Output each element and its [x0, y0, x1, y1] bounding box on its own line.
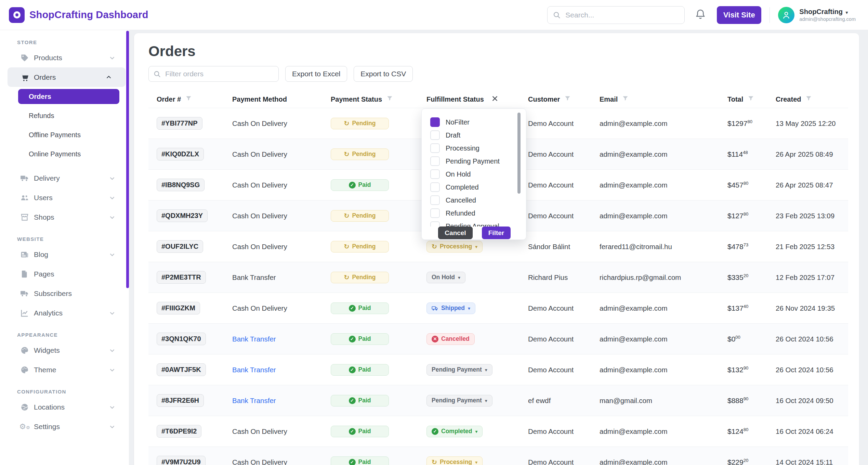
filter-option-processing[interactable]: Processing	[422, 142, 526, 155]
sidebar-item-products[interactable]: Products	[0, 48, 129, 67]
fulfillment-status-badge[interactable]: ✓Completed▾	[426, 426, 483, 437]
sidebar-item-shops[interactable]: Shops	[0, 207, 129, 227]
order-id-badge[interactable]: #KIQ0DZLX	[157, 148, 204, 160]
checkbox[interactable]	[430, 156, 440, 166]
submenu-item-refunds[interactable]: Refunds	[0, 106, 129, 125]
order-id-badge[interactable]: #OUF2ILYC	[157, 240, 203, 253]
order-id-badge[interactable]: #FIIIGZKM	[157, 302, 200, 314]
order-id-badge[interactable]: #IB8NQ9SG	[157, 179, 205, 191]
filter-option-nofilter[interactable]: NoFilter	[422, 116, 526, 129]
clear-filter-icon[interactable]	[491, 95, 499, 104]
sidebar-item-users[interactable]: Users	[0, 188, 129, 207]
filter-option-cancelled[interactable]: Cancelled	[422, 194, 526, 207]
caret-down-icon: ▾	[485, 398, 487, 403]
submenu-item-online-payments[interactable]: Online Payments	[0, 144, 129, 164]
order-id-badge[interactable]: #P2ME3TTR	[157, 271, 206, 284]
checkbox-checked[interactable]	[430, 117, 440, 127]
filter-orders-input[interactable]	[148, 66, 279, 82]
checkbox[interactable]	[430, 169, 440, 179]
order-id-badge[interactable]: #V9M7U2U9	[157, 456, 206, 465]
column-header-created: Created	[776, 95, 801, 103]
payment-method-link[interactable]: Bank Transfer	[232, 397, 276, 404]
filter-option-on-hold[interactable]: On Hold	[422, 168, 526, 181]
order-id-badge[interactable]: #T6DPE9I2	[157, 425, 201, 438]
sidebar-scrollbar[interactable]	[126, 31, 129, 288]
payment-method-link[interactable]: Bank Transfer	[232, 366, 276, 374]
checkbox[interactable]	[430, 221, 440, 227]
notifications-bell-icon[interactable]	[694, 8, 707, 22]
order-id-badge[interactable]: #YBI777NP	[157, 117, 202, 130]
section-label-configuration: CONFIGURATION	[0, 386, 129, 397]
filter-funnel-icon[interactable]	[622, 95, 629, 103]
sidebar-item-orders[interactable]: Orders	[8, 67, 126, 87]
sidebar-item-pages[interactable]: Pages	[0, 264, 129, 284]
export-excel-button[interactable]: Export to Excel	[285, 66, 347, 82]
fulfillment-status-badge[interactable]: ↻Processing▾	[426, 241, 483, 253]
chevron-down-icon	[108, 403, 116, 411]
payment-status-badge: ✓Paid	[331, 333, 389, 345]
sidebar-item-analytics[interactable]: Analytics	[0, 303, 129, 323]
customer-cell: ef ewdf	[528, 397, 600, 405]
globe-icon	[20, 403, 29, 412]
sidebar-item-label: Blog	[34, 250, 48, 259]
chevron-down-icon: ▼	[845, 10, 849, 15]
fulfillment-status-badge[interactable]: Pending Payment▾	[426, 364, 492, 376]
fulfillment-status-badge[interactable]: ↻Processing▾	[426, 456, 483, 465]
filter-funnel-icon[interactable]	[386, 95, 393, 103]
customer-cell: Demo Account	[528, 181, 600, 189]
checkbox[interactable]	[430, 182, 440, 192]
filter-option-draft[interactable]: Draft	[422, 129, 526, 142]
table-row: #3QN1QK70 Bank Transfer ✓Paid ✕Cancelled…	[148, 323, 848, 354]
user-avatar[interactable]	[778, 7, 794, 23]
sidebar-item-theme[interactable]: Theme	[0, 360, 129, 379]
checkbox[interactable]	[430, 208, 440, 218]
sidebar-item-settings[interactable]: ⚙⚙ Settings	[0, 417, 129, 436]
column-header-order: Order #	[157, 95, 181, 103]
payment-method-link[interactable]: Bank Transfer	[232, 335, 276, 343]
checkbox[interactable]	[430, 195, 440, 205]
total-cell: $45780	[727, 181, 776, 189]
sidebar-item-locations[interactable]: Locations	[0, 397, 129, 417]
chevron-down-icon	[108, 54, 116, 62]
visit-site-button[interactable]: Visit Site	[717, 6, 761, 24]
filter-funnel-icon[interactable]	[748, 95, 754, 103]
fulfillment-status-badge[interactable]: Pending Payment▾	[426, 395, 492, 406]
filter-option-pending-approval[interactable]: Pending Approval	[422, 220, 526, 227]
cancel-button[interactable]: Cancel	[438, 227, 473, 239]
filter-funnel-icon[interactable]	[564, 95, 571, 103]
order-id-badge[interactable]: #3QN1QK70	[157, 333, 206, 345]
order-id-badge[interactable]: #QDXMH23Y	[157, 209, 208, 222]
sidebar-item-subscribers[interactable]: Subscribers	[0, 284, 129, 303]
search-input[interactable]	[547, 6, 685, 24]
submenu-item-orders[interactable]: Orders	[18, 89, 119, 104]
filter-button[interactable]: Filter	[482, 227, 511, 239]
payment-status-badge: ✓Paid	[331, 179, 389, 191]
filter-funnel-icon[interactable]	[805, 95, 812, 103]
orders-card: Orders Export to Excel Export to CSV Ord…	[134, 33, 859, 465]
sidebar-item-blog[interactable]: Blog	[0, 245, 129, 264]
checkbox[interactable]	[430, 130, 440, 140]
table-row: #V9M7U2U9 Cash On Delivery ✓Paid ↻Proces…	[148, 447, 848, 465]
filter-funnel-icon[interactable]	[185, 95, 192, 103]
filter-option-pending-payment[interactable]: Pending Payment	[422, 155, 526, 168]
export-csv-button[interactable]: Export to CSV	[354, 66, 413, 82]
dropdown-scrollbar[interactable]	[517, 113, 521, 194]
fulfillment-status-badge[interactable]: On Hold▾	[426, 272, 465, 283]
user-menu[interactable]: ShopCrafting▼ admin@shopcrafting.com	[799, 8, 856, 22]
order-id-badge[interactable]: #8JFR2E6H	[157, 394, 204, 407]
filter-option-refunded[interactable]: Refunded	[422, 207, 526, 220]
order-id-badge[interactable]: #0AWTJF5K	[157, 363, 206, 376]
filter-option-completed[interactable]: Completed	[422, 181, 526, 194]
sidebar-item-widgets[interactable]: Widgets	[0, 340, 129, 360]
fulfillment-status-badge[interactable]: Shipped▾	[426, 302, 475, 314]
fulfillment-status-badge[interactable]: ✕Cancelled	[426, 333, 475, 345]
section-label-store: STORE	[0, 36, 129, 48]
submenu-item-offline-payments[interactable]: Offline Payments	[0, 125, 129, 144]
sidebar-item-label: Locations	[34, 403, 65, 411]
page-title: Orders	[148, 43, 848, 59]
sidebar-item-delivery[interactable]: Delivery	[0, 168, 129, 188]
caret-down-icon: ▾	[475, 429, 477, 434]
orders-toolbar: Export to Excel Export to CSV	[148, 66, 848, 82]
checkbox[interactable]	[430, 143, 440, 153]
payment-status-badge: ↻Pending	[331, 210, 389, 222]
